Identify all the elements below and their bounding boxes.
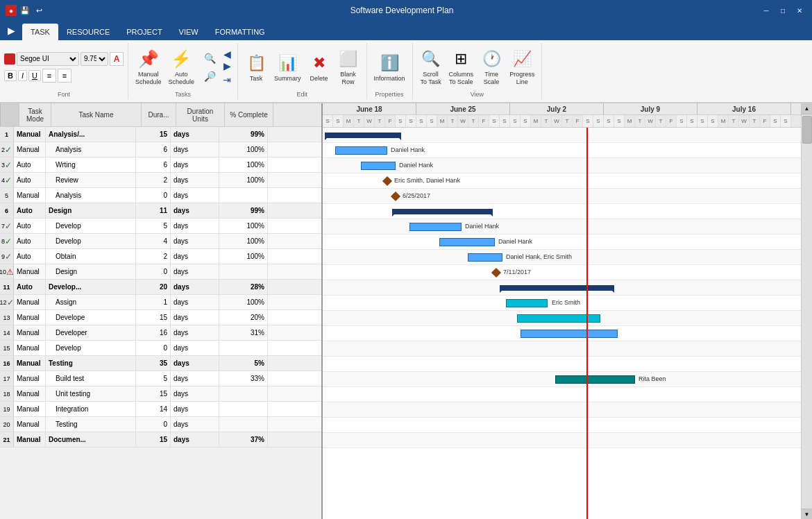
th-pct: % Complete [225,103,273,126]
table-row[interactable]: 10⚠ Manual Design 0 days [0,264,321,280]
cell-id: 5 [0,188,14,203]
gantt-day-cell: W [552,115,562,127]
table-row[interactable]: 20 Manual Testing 0 days [0,417,321,432]
gantt-day-cell: S [521,115,531,127]
home-button[interactable]: ▶ [0,21,22,40]
italic-button[interactable]: I [18,70,27,81]
progress-line-button[interactable]: 📈 ProgressLine [507,46,537,87]
outdent-button[interactable]: ⇥ [221,74,233,86]
cell-mode: Auto [14,234,46,248]
table-row[interactable]: 18 Manual Unit testing 15 days [0,386,321,402]
gantt-day-cell: M [344,115,354,127]
summary-button[interactable]: 📊 Summary [271,51,304,84]
cell-name: Obtain [46,249,136,264]
align-left-icon[interactable]: ≡ [42,69,56,83]
inspect-down-button[interactable]: 🔎 [200,68,219,85]
vertical-scrollbar[interactable]: ▲ ▼ [801,103,812,519]
table-row[interactable]: 8✓ Auto Develop 4 days 100% [0,234,321,249]
table-row[interactable]: 17 Manual Build test 5 days 33% [0,371,321,386]
table-row[interactable]: 5 Manual Analysis 0 days [0,188,321,203]
table-row[interactable]: 3✓ Auto Wrting 6 days 100% [0,158,321,173]
tab-project[interactable]: PROJECT [118,24,170,40]
gantt-day-cell: F [573,115,583,127]
manual-schedule-button[interactable]: 📌 ManualSchedule [133,46,164,87]
cell-durunit: days [171,386,219,401]
table-row[interactable]: 15 Manual Develop 0 days [0,341,321,356]
cell-dur: 2 [136,173,171,187]
gantt-milestone [491,268,501,278]
cell-id: 20 [0,417,14,432]
scroll-thumb[interactable] [802,116,812,144]
table-row[interactable]: 2✓ Manual Analysis 6 days 100% [0,142,321,158]
bold-button[interactable]: B [4,70,17,81]
minimize-button[interactable]: ─ [759,5,773,16]
gantt-day-cell: S [323,115,333,127]
maximize-button[interactable]: □ [776,5,790,16]
gantt-day-cell: T [375,115,385,127]
gantt-row [323,402,801,418]
time-scale-button[interactable]: 🕐 TimeScale [477,46,505,87]
tab-view[interactable]: VIEW [171,24,207,40]
task-button[interactable]: 📋 Task [242,51,270,84]
font-color-btn[interactable] [4,53,15,65]
table-row[interactable]: 13 Manual Develope 15 days 20% [0,310,321,325]
gantt-bar-label: Rita Been [638,375,666,382]
edit-group-label: Edit [297,91,308,98]
font-family-select[interactable]: Segoe UI [17,52,79,66]
cell-mode: Manual [14,325,46,340]
scroll-up-btn[interactable]: ▲ [802,103,813,114]
cell-durunit: days [171,356,219,371]
table-row[interactable]: 19 Manual Integration 14 days [0,402,321,417]
summary-arrow-left [325,137,328,140]
font-color-a-btn[interactable]: A [110,52,124,66]
table-row[interactable]: 1 Manual Analysis/... 15 days 99% [0,127,321,142]
scroll-to-task-button[interactable]: 🔍 ScrollTo Task [417,46,445,87]
cell-dur: 11 [136,203,171,218]
tab-task[interactable]: TASK [22,24,58,40]
table-row[interactable]: 7✓ Auto Develop 5 days 100% [0,219,321,234]
gantt-bar [555,375,635,384]
gantt-row: Daniel Hank [323,235,801,250]
align-right-icon[interactable]: ≡ [58,69,71,83]
underline-button[interactable]: U [28,70,41,81]
cell-durunit: days [171,264,219,279]
tab-resource[interactable]: RESOURCE [58,24,118,40]
gantt-day-cell: T [750,115,760,127]
cell-pct: 28% [219,280,268,294]
font-size-select[interactable]: 9.75 [81,52,108,66]
quick-save-icon[interactable]: 💾 [19,5,31,16]
table-row[interactable]: 4✓ Auto Review 2 days 100% [0,173,321,188]
scroll-down-btn[interactable]: ▼ [802,509,813,519]
check-icon: ✓ [5,145,12,155]
cell-pct: 100% [219,142,268,157]
undo-icon[interactable]: ↩ [33,5,44,16]
table-row[interactable]: 14 Manual Developer 16 days 31% [0,325,321,341]
information-button[interactable]: ℹ️ Information [371,51,408,84]
table-row[interactable]: 21 Manual Documen... 15 days 37% [0,432,321,448]
close-button[interactable]: ✕ [793,5,806,16]
columns-label: ColumnsTo Scale [449,71,474,86]
table-row[interactable]: 6 Auto Design 11 days 99% [0,203,321,219]
cell-durunit: days [171,234,219,248]
gantt-month-label: July 16 [697,103,791,114]
auto-schedule-button[interactable]: ⚡ AutoSchedule [166,46,198,87]
inspect-up-button[interactable]: 🔍 [200,50,219,67]
blank-row-button[interactable]: ⬜ BlankRow [335,46,362,87]
arrow-right-icon: ▶ [223,60,231,71]
today-line [586,128,588,519]
gantt-bar [439,238,495,246]
titlebar: ● 💾 ↩ Software Development Plan ─ □ ✕ [0,0,812,21]
move-left-button[interactable]: ◀ ▶ [221,48,233,72]
gantt-day-cell: F [760,115,770,127]
table-row[interactable]: 16 Manual Testing 35 days 5% [0,356,321,371]
columns-button[interactable]: ⊞ ColumnsTo Scale [446,46,477,87]
table-row[interactable]: 12✓ Manual Assign 1 days 100% [0,295,321,310]
gantt-day-cell: S [396,115,406,127]
tab-formatting[interactable]: FORMATTING [207,24,273,40]
table-row[interactable]: 9✓ Auto Obtain 2 days 100% [0,249,321,264]
font-controls: Segoe UI 9.75 A B I U ≡ ≡ [4,44,124,90]
table-row[interactable]: 11 Auto Develop... 20 days 28% [0,280,321,295]
gantt-month-label: June 25 [416,103,510,114]
cell-name: Build test [46,371,136,386]
delete-button[interactable]: ✖ Delete [305,51,333,84]
